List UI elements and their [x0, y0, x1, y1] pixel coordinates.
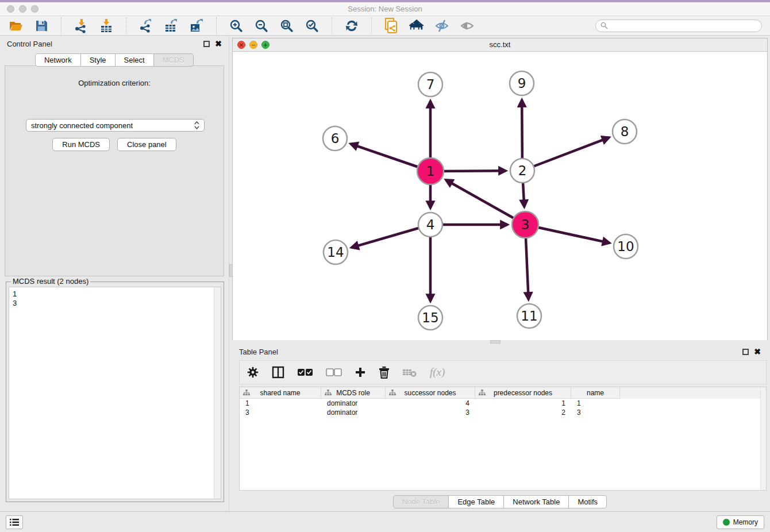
network-maximize-icon[interactable]: + — [261, 41, 270, 49]
import-table-icon[interactable] — [98, 18, 114, 33]
mcds-result-textarea[interactable]: 1 3 — [9, 287, 221, 499]
toolbar-separator — [61, 17, 61, 34]
table-cell[interactable]: 2 — [475, 408, 571, 417]
toolbar-separator — [371, 17, 372, 34]
tab-motifs[interactable]: Motifs — [569, 495, 607, 508]
svg-text:11: 11 — [521, 309, 537, 323]
tab-network-table[interactable]: Network Table — [504, 495, 569, 508]
tab-network[interactable]: Network — [35, 53, 81, 67]
svg-text:15: 15 — [422, 310, 438, 325]
run-mcds-button[interactable]: Run MCDS — [52, 138, 110, 151]
svg-text:7: 7 — [426, 77, 435, 92]
node-11[interactable]: 11 — [517, 304, 541, 328]
search-input[interactable] — [611, 22, 757, 30]
network-close-icon[interactable]: ✕ — [237, 41, 245, 49]
close-panel-icon[interactable]: ✖ — [754, 349, 761, 355]
column-header-shared-name[interactable]: shared name — [240, 387, 321, 399]
table-cell[interactable]: 1 — [475, 399, 571, 408]
export-image-icon[interactable] — [188, 18, 205, 33]
optimization-criterion-select[interactable]: strongly connected component — [26, 119, 205, 132]
tab-node-table[interactable]: Node Table — [393, 495, 449, 508]
table-cell[interactable]: 3 — [571, 408, 620, 417]
column-layout-icon[interactable] — [272, 366, 284, 379]
node-1[interactable]: 1 — [417, 158, 444, 184]
network-window-titlebar[interactable]: ✕ − + scc.txt — [233, 38, 767, 52]
table-cell[interactable]: 4 — [386, 399, 475, 408]
zoom-in-icon[interactable] — [228, 18, 244, 33]
network-minimize-icon[interactable]: − — [249, 41, 257, 49]
table-cell[interactable]: dominator — [321, 399, 386, 408]
tab-mcds[interactable]: MCDS — [154, 53, 194, 67]
control-panel-tabs: NetworkStyleSelectMCDS — [0, 53, 229, 67]
gear-icon[interactable] — [247, 366, 259, 379]
node-9[interactable]: 9 — [510, 71, 534, 95]
node-2[interactable]: 2 — [510, 159, 534, 183]
node-6[interactable]: 6 — [323, 126, 347, 151]
task-history-button[interactable] — [6, 515, 23, 529]
column-header-MCDS-role[interactable]: MCDS role — [321, 387, 386, 399]
close-panel-icon[interactable]: ✖ — [215, 41, 222, 47]
mcds-result-title: MCDS result (2 nodes) — [11, 277, 90, 286]
network-from-selection-icon[interactable] — [383, 18, 399, 33]
table-cell[interactable]: 3 — [386, 408, 475, 417]
table-cell[interactable]: 3 — [240, 408, 321, 417]
close-window-icon[interactable] — [7, 5, 14, 13]
node-10[interactable]: 10 — [614, 234, 638, 259]
table-cell[interactable]: 1 — [571, 399, 620, 408]
table-row[interactable]: 3dominator323 — [240, 408, 766, 417]
edge-2-8[interactable] — [522, 137, 609, 171]
column-type-icon — [243, 390, 250, 396]
tab-edge-table[interactable]: Edge Table — [449, 495, 504, 508]
titlebar[interactable]: Session: New Session — [0, 2, 770, 16]
optimization-criterion-label: Optimization criterion: — [5, 79, 224, 87]
tab-style[interactable]: Style — [81, 53, 116, 67]
search-field[interactable] — [595, 20, 762, 32]
save-session-icon[interactable] — [33, 18, 49, 33]
node-15[interactable]: 15 — [418, 306, 442, 330]
float-panel-icon[interactable] — [742, 349, 749, 355]
minimize-window-icon[interactable] — [19, 5, 26, 13]
float-panel-icon[interactable] — [203, 41, 210, 47]
node-14[interactable]: 14 — [324, 240, 348, 264]
hide-selected-icon[interactable] — [434, 18, 450, 33]
zoom-out-icon[interactable] — [253, 18, 270, 33]
node-table[interactable]: shared nameMCDS rolesuccessor nodesprede… — [239, 387, 767, 491]
result-scrollbar[interactable] — [214, 287, 221, 499]
memory-button[interactable]: Memory — [717, 515, 764, 529]
deselect-all-icon[interactable] — [326, 368, 342, 376]
node-8[interactable]: 8 — [613, 119, 637, 144]
home-icon[interactable] — [409, 18, 425, 33]
traffic-lights — [7, 5, 38, 13]
zoom-fit-icon[interactable] — [279, 18, 295, 33]
zoom-window-icon[interactable] — [31, 5, 38, 13]
export-network-icon[interactable] — [138, 18, 154, 33]
mcds-panel: Optimization criterion: strongly connect… — [5, 65, 224, 276]
svg-text:3: 3 — [521, 217, 530, 232]
svg-text:9: 9 — [518, 76, 526, 91]
open-file-icon[interactable] — [8, 18, 24, 33]
node-3[interactable]: 3 — [512, 211, 538, 238]
node-4[interactable]: 4 — [418, 213, 442, 237]
column-header-predecessor-nodes[interactable]: predecessor nodes — [475, 387, 571, 399]
svg-text:14: 14 — [327, 245, 344, 260]
column-header-name[interactable]: name — [571, 387, 620, 399]
delete-column-icon[interactable] — [379, 366, 390, 379]
table-cell[interactable]: dominator — [321, 408, 386, 417]
table-cell[interactable]: 1 — [240, 399, 321, 408]
toolbar-separator — [126, 17, 126, 34]
table-scrollbar[interactable] — [760, 387, 766, 490]
table-row[interactable]: 1dominator411 — [240, 399, 766, 408]
show-all-icon[interactable] — [459, 18, 475, 33]
import-network-icon[interactable] — [73, 18, 89, 33]
column-header-successor-nodes[interactable]: successor nodes — [386, 387, 475, 399]
node-7[interactable]: 7 — [418, 72, 442, 97]
select-all-icon[interactable] — [297, 368, 313, 376]
status-bar: Memory — [0, 511, 770, 532]
tab-select[interactable]: Select — [116, 53, 154, 67]
export-table-icon[interactable] — [163, 18, 179, 33]
add-column-icon[interactable] — [355, 367, 366, 378]
refresh-icon[interactable] — [344, 18, 360, 33]
close-panel-button[interactable]: Close panel — [117, 138, 176, 151]
network-canvas[interactable]: 1234678910111415 — [233, 52, 767, 341]
zoom-selected-icon[interactable] — [304, 18, 320, 33]
